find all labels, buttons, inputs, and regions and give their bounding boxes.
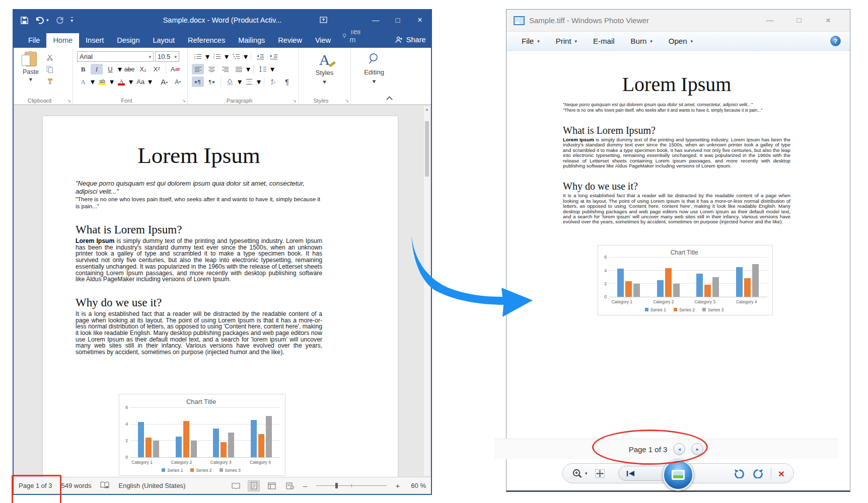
- chevron-down-icon[interactable]: ▾: [246, 64, 250, 74]
- tab-home[interactable]: Home: [46, 33, 79, 48]
- rotate-clockwise-icon[interactable]: [752, 468, 764, 478]
- change-case-button[interactable]: Aa: [134, 76, 147, 87]
- font-name-combo[interactable]: Arial ▾: [77, 51, 154, 62]
- tab-view[interactable]: View: [309, 33, 337, 48]
- chevron-down-icon[interactable]: ▾: [46, 18, 49, 23]
- scroll-up-icon[interactable]: ▲: [424, 106, 430, 113]
- cut-icon[interactable]: [44, 52, 56, 62]
- highlight-button[interactable]: ab: [96, 76, 108, 87]
- save-icon[interactable]: [21, 17, 28, 24]
- editing-button[interactable]: Editing ▾: [355, 50, 393, 85]
- ribbon-display-options-icon[interactable]: [312, 16, 334, 25]
- chevron-down-icon[interactable]: ▾: [238, 77, 242, 87]
- share-button[interactable]: Share: [386, 32, 435, 48]
- previous-image-icon[interactable]: [626, 470, 636, 477]
- line-spacing-icon[interactable]: [257, 64, 269, 74]
- strikethrough-button[interactable]: abe: [123, 64, 135, 74]
- word-document-page[interactable]: Lorem Ipsum "Neque porro quisquam est qu…: [43, 116, 398, 477]
- show-formatting-icon[interactable]: ¶: [281, 76, 293, 87]
- dialog-launcher-icon[interactable]: ↘: [345, 98, 349, 103]
- italic-button[interactable]: I: [91, 64, 103, 74]
- menu-burn[interactable]: Burn▾: [625, 34, 659, 48]
- menu-print[interactable]: Print▾: [550, 34, 583, 48]
- superscript-button[interactable]: X²: [151, 64, 163, 74]
- text-effects-button[interactable]: A: [77, 76, 89, 87]
- paste-button[interactable]: Paste ▾: [18, 50, 44, 96]
- bold-button[interactable]: B: [77, 64, 89, 74]
- tab-insert[interactable]: Insert: [79, 33, 110, 48]
- format-painter-icon[interactable]: [44, 76, 56, 87]
- chevron-down-icon[interactable]: ▾: [205, 52, 209, 61]
- shrink-font-button[interactable]: A▾: [172, 76, 184, 87]
- menu-file[interactable]: File▾: [516, 34, 546, 48]
- proofing-icon[interactable]: [100, 481, 109, 490]
- align-center-icon[interactable]: [205, 64, 218, 74]
- zoom-in-button[interactable]: +: [395, 481, 401, 490]
- word-count[interactable]: 549 words: [61, 482, 92, 489]
- zoom-magnifier-icon[interactable]: ▾: [572, 468, 588, 479]
- styles-button[interactable]: A Styles ▾: [303, 50, 346, 86]
- maximize-button[interactable]: □: [784, 16, 814, 26]
- align-left-icon[interactable]: [192, 64, 204, 74]
- read-mode-icon[interactable]: [230, 480, 242, 491]
- close-button[interactable]: ×: [814, 16, 843, 26]
- zoom-slider[interactable]: [316, 485, 387, 486]
- chevron-down-icon[interactable]: ▾: [148, 77, 152, 87]
- multilevel-list-icon[interactable]: [230, 51, 242, 62]
- chevron-down-icon[interactable]: ▾: [118, 64, 122, 74]
- chevron-down-icon[interactable]: ▾: [129, 77, 133, 87]
- justify-icon[interactable]: [233, 64, 245, 74]
- scrollbar-thumb[interactable]: [425, 121, 429, 177]
- font-color-button[interactable]: A: [115, 76, 127, 87]
- language-indicator[interactable]: English (United States): [118, 482, 185, 489]
- tab-mailings[interactable]: Mailings: [232, 33, 271, 48]
- undo-icon[interactable]: ▾: [35, 17, 49, 24]
- rotate-counterclockwise-icon[interactable]: [734, 468, 745, 478]
- rtl-paragraph-icon[interactable]: ¶◀: [205, 76, 218, 87]
- zoom-percentage[interactable]: 60 %: [407, 482, 426, 489]
- chevron-down-icon[interactable]: ▾: [91, 77, 95, 87]
- customize-qat-icon[interactable]: ▾: [71, 17, 74, 23]
- decrease-indent-icon[interactable]: [254, 51, 266, 62]
- numbered-list-icon[interactable]: [211, 51, 223, 62]
- tab-layout[interactable]: Layout: [146, 33, 181, 48]
- actual-size-icon[interactable]: [595, 469, 605, 478]
- borders-icon[interactable]: [243, 76, 255, 87]
- collapse-ribbon-icon[interactable]: [387, 96, 392, 100]
- tab-review[interactable]: Review: [271, 33, 309, 48]
- bullet-list-icon[interactable]: [192, 51, 204, 62]
- help-icon[interactable]: ?: [830, 36, 841, 46]
- shading-bucket-icon[interactable]: [224, 76, 236, 87]
- sort-icon[interactable]: AZ↓: [267, 76, 279, 87]
- zoom-slider-handle[interactable]: [335, 483, 338, 488]
- dialog-launcher-icon[interactable]: ↘: [293, 98, 297, 103]
- dialog-launcher-icon[interactable]: ↘: [182, 98, 186, 103]
- maximize-button[interactable]: □: [387, 16, 409, 24]
- minimize-button[interactable]: —: [755, 16, 784, 26]
- chevron-down-icon[interactable]: ▾: [585, 471, 588, 476]
- clear-formatting-button[interactable]: A: [169, 64, 181, 74]
- chevron-down-icon[interactable]: ▾: [225, 52, 229, 61]
- subscript-button[interactable]: X₂: [137, 64, 149, 74]
- align-right-icon[interactable]: [219, 64, 231, 74]
- close-button[interactable]: ×: [409, 16, 431, 25]
- vertical-scrollbar[interactable]: ▲: [424, 106, 430, 476]
- tab-file[interactable]: File: [22, 33, 46, 48]
- bar-chart[interactable]: Chart Title0246Category 1Category 2Categ…: [119, 394, 285, 476]
- redo-icon[interactable]: [56, 17, 64, 24]
- dialog-launcher-icon[interactable]: ↘: [67, 98, 71, 103]
- chevron-down-icon[interactable]: ▾: [244, 52, 248, 61]
- underline-button[interactable]: U: [104, 64, 116, 74]
- increase-indent-icon[interactable]: [268, 51, 280, 62]
- tab-design[interactable]: Design: [110, 33, 146, 48]
- word-document-area[interactable]: Lorem Ipsum "Neque porro quisquam est qu…: [14, 105, 431, 477]
- zoom-to-page-icon[interactable]: [284, 480, 296, 491]
- print-layout-icon[interactable]: [248, 480, 260, 491]
- chevron-down-icon[interactable]: ▾: [270, 64, 274, 74]
- zoom-out-button[interactable]: –: [302, 481, 308, 490]
- tab-references[interactable]: References: [181, 33, 232, 48]
- menu-open[interactable]: Open▾: [663, 34, 699, 48]
- grow-font-button[interactable]: A▴: [158, 76, 170, 87]
- chevron-down-icon[interactable]: ▾: [257, 77, 261, 87]
- delete-button[interactable]: ×: [778, 468, 784, 479]
